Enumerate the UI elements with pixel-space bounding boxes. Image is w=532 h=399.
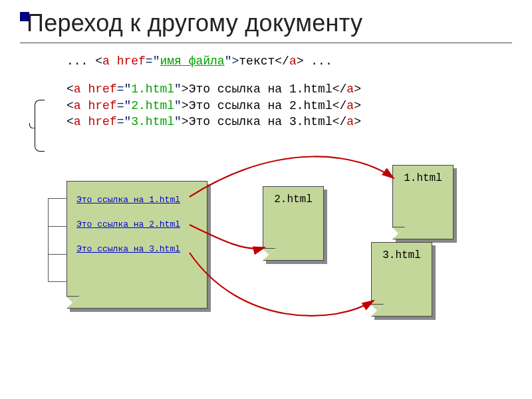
connector-line — [48, 198, 66, 199]
page-fold-icon — [66, 296, 79, 309]
slide-title: Переход к другому документу — [27, 9, 512, 37]
target-document-2: 2.html — [263, 186, 324, 261]
title-bullet — [20, 12, 29, 21]
example-code-block: <a href="1.html">Это ссылка на 1.html</a… — [66, 81, 512, 130]
source-document: Это ссылка на 1.html Это ссылка на 2.htm… — [66, 181, 207, 309]
t: =" — [146, 55, 160, 68]
hyperlink-3[interactable]: Это ссылка на 3.html — [76, 244, 207, 254]
t: href — [110, 55, 146, 68]
hyperlink-2[interactable]: Это ссылка на 2.html — [76, 219, 207, 229]
page-fold-icon — [263, 248, 275, 261]
title-underline — [20, 43, 512, 43]
target-document-3: 3.html — [371, 242, 432, 317]
t: "> — [225, 55, 239, 68]
t: a — [102, 55, 110, 68]
target-document-1: 1.html — [392, 165, 454, 239]
connector-line — [48, 198, 49, 281]
connector-line — [48, 281, 66, 282]
example-line: <a href="1.html">Это ссылка на 1.html</a… — [66, 81, 512, 97]
t: a — [289, 55, 297, 68]
doc-label: 3.html — [372, 249, 432, 261]
syntax-filename: имя_файла — [160, 55, 224, 68]
connector-line — [48, 226, 66, 227]
example-line: <a href="3.html">Это ссылка на 3.html</a… — [66, 114, 512, 130]
syntax-template: ... <a href="имя_файла">текст</a> ... — [66, 53, 512, 69]
page-fold-icon — [371, 304, 384, 317]
hyperlink-1[interactable]: Это ссылка на 1.html — [76, 195, 207, 205]
brace-icon — [35, 100, 45, 152]
t: </ — [275, 55, 289, 68]
t: > ... — [297, 55, 332, 68]
example-line: <a href="2.html">Это ссылка на 2.html</a… — [66, 98, 512, 114]
doc-label: 1.html — [393, 172, 453, 184]
t: ... < — [66, 55, 102, 68]
connector-line — [48, 254, 66, 255]
arrow-to-3 — [190, 253, 374, 316]
syntax-linktext: текст — [239, 55, 275, 68]
doc-label: 2.html — [263, 194, 323, 205]
page-fold-icon — [392, 227, 405, 239]
slide: Переход к другому документу ... <a href=… — [0, 0, 532, 399]
